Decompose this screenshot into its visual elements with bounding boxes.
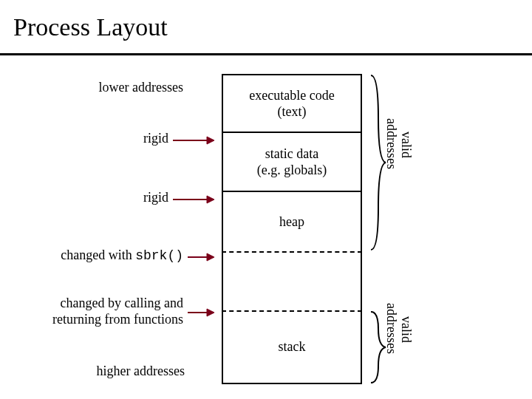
svg-marker-3	[207, 196, 214, 203]
sbrk-label: changed with sbrk()	[13, 248, 183, 263]
rigid-label-1: rigid	[13, 131, 168, 146]
arrow-icon	[186, 251, 216, 263]
segment-stack: stack	[222, 310, 362, 384]
segment-heap: heap	[222, 192, 362, 251]
arrow-icon	[171, 134, 216, 146]
sbrk-code: sbrk()	[135, 248, 183, 263]
svg-marker-7	[207, 309, 214, 316]
title-rule	[0, 53, 532, 55]
segment-stack-label: stack	[223, 338, 361, 355]
segment-gap	[222, 251, 362, 310]
svg-marker-1	[207, 137, 214, 144]
segment-text-l2: (text)	[223, 103, 361, 120]
heap-boundary	[222, 251, 362, 253]
sbrk-text: changed with	[61, 248, 135, 262]
valid-label-2: valid	[398, 316, 414, 343]
lower-addresses-label: lower addresses	[13, 80, 183, 95]
segment-data: static data (e.g. globals)	[222, 133, 362, 192]
stack-boundary	[222, 310, 362, 312]
arrow-icon	[186, 307, 216, 318]
addresses-label-2: addresses	[383, 303, 399, 354]
segment-data-l1: static data	[223, 146, 361, 163]
arrow-icon	[171, 194, 216, 205]
segment-text: executable code (text)	[222, 74, 362, 133]
memory-layout: executable code (text) static data (e.g.…	[222, 74, 362, 384]
segment-heap-label: heap	[223, 214, 361, 231]
call-return-label: changed by calling and returning from fu…	[13, 296, 183, 327]
rigid-label-2: rigid	[13, 190, 168, 205]
segment-text-l1: executable code	[223, 87, 361, 104]
addresses-label-1: addresses	[383, 118, 399, 169]
page-title: Process Layout	[13, 13, 168, 41]
higher-addresses-label: higher addresses	[44, 364, 185, 379]
valid-label-1: valid	[398, 132, 414, 158]
svg-marker-5	[207, 253, 214, 261]
segment-data-l2: (e.g. globals)	[223, 162, 361, 179]
